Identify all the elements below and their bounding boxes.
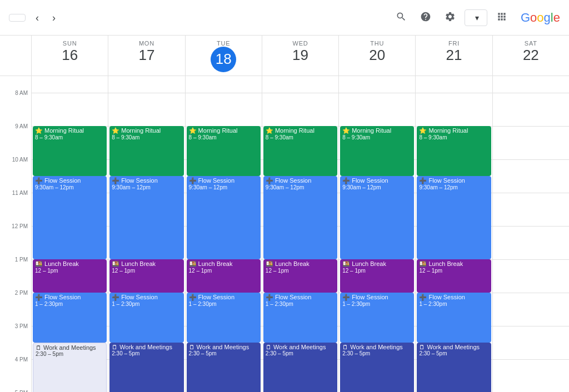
event-title: ➕ Flow Session [342, 177, 412, 184]
event-time: 9:30am – 12pm [112, 184, 181, 190]
event-title: 🗒 Work and Meetings [112, 344, 181, 350]
calendar-event[interactable]: ⭐ Morning Ritual8 – 9:30am [187, 126, 261, 176]
calendar-event[interactable]: ⭐ Morning Ritual8 – 9:30am [340, 126, 414, 176]
calendar-event[interactable]: ➕ Flow Session9:30am – 12pm [33, 176, 107, 259]
calendar-event[interactable]: ⭐ Morning Ritual8 – 9:30am [109, 126, 183, 176]
time-label-9: 4 PM [15, 356, 31, 363]
search-button[interactable] [391, 7, 411, 28]
day-headers: SUN 16 MON 17 TUE 18 WED 19 THU 20 FRI 2… [0, 36, 569, 76]
calendar-event[interactable]: 🗒 Work and Meetings2:30 – 5pm [187, 343, 261, 392]
event-time: 2:30 – 5pm [112, 350, 181, 356]
calendar-event[interactable]: 🍱 Lunch Break12 – 1pm [263, 259, 337, 293]
event-title: ➕ Flow Session [112, 177, 181, 184]
calendar-event[interactable]: 🍱 Lunch Break12 – 1pm [33, 259, 107, 293]
calendar-event[interactable]: 🗒 Work and Meetings2:30 – 5pm [33, 343, 107, 392]
event-time: 1 – 2:30pm [342, 301, 412, 307]
calendar-event[interactable]: 🗒 Work and Meetings2:30 – 5pm [109, 343, 183, 392]
next-button[interactable]: › [49, 9, 59, 26]
hour-line [493, 293, 569, 293]
calendar-event[interactable]: 🗒 Work and Meetings2:30 – 5pm [340, 343, 414, 392]
event-time: 12 – 1pm [266, 268, 335, 274]
event-title: 🍱 Lunch Break [342, 260, 412, 268]
apps-button[interactable] [492, 7, 512, 28]
day-col-tue: ⭐ Morning Ritual8 – 9:30am➕ Flow Session… [185, 76, 262, 392]
calendar-event[interactable]: 🍱 Lunch Break12 – 1pm [340, 259, 414, 293]
time-grid: 7 AM8 AM9 AM10 AM11 AM12 PM1 PM2 PM3 PM4… [0, 76, 569, 392]
prev-button[interactable]: ‹ [32, 9, 42, 26]
calendar-event[interactable]: 🗒 Work and Meetings2:30 – 5pm [263, 343, 337, 392]
event-title: 🍱 Lunch Break [189, 260, 258, 268]
view-selector[interactable]: ▾ [465, 9, 487, 26]
calendar-event[interactable]: ⭐ Morning Ritual8 – 9:30am [33, 126, 107, 176]
hour-line [493, 226, 569, 227]
hour-line [493, 93, 569, 93]
event-time: 8 – 9:30am [342, 134, 412, 140]
event-title: 🗒 Work and Meetings [189, 344, 258, 350]
event-title: 🗒 Work and Meetings [419, 344, 488, 350]
calendar-event[interactable]: ➕ Flow Session9:30am – 12pm [263, 176, 337, 259]
hour-line [32, 93, 108, 93]
event-time: 9:30am – 12pm [35, 184, 104, 190]
event-title: 🗒 Work and Meetings [266, 344, 335, 350]
event-title: ⭐ Morning Ritual [419, 127, 488, 134]
calendar-event[interactable]: ⭐ Morning Ritual8 – 9:30am [417, 126, 491, 176]
event-time: 8 – 9:30am [112, 134, 181, 140]
search-icon [396, 11, 407, 22]
day-header-fri: FRI 21 [415, 36, 492, 76]
calendar-event[interactable]: 🍱 Lunch Break12 – 1pm [417, 259, 491, 293]
calendar-event[interactable]: ➕ Flow Session1 – 2:30pm [263, 293, 337, 343]
time-label-8: 3 PM [15, 323, 31, 329]
help-button[interactable] [416, 7, 436, 28]
google-logo: Google [521, 11, 560, 25]
event-time: 9:30am – 12pm [266, 184, 335, 190]
event-time: 2:30 – 5pm [342, 350, 412, 356]
event-time: 1 – 2:30pm [35, 301, 104, 307]
event-time: 2:30 – 5pm [189, 350, 258, 356]
calendar-event[interactable]: ➕ Flow Session1 – 2:30pm [340, 293, 414, 343]
hour-line [493, 193, 569, 193]
event-time: 9:30am – 12pm [419, 184, 488, 190]
time-label-5: 12 PM [12, 223, 31, 229]
event-time: 12 – 1pm [35, 268, 104, 274]
hour-line [493, 359, 569, 360]
event-title: ➕ Flow Session [112, 294, 181, 301]
calendar-event[interactable]: ➕ Flow Session9:30am – 12pm [109, 176, 183, 259]
event-title: ⭐ Morning Ritual [342, 127, 412, 134]
time-label-6: 1 PM [15, 257, 31, 263]
event-title: 🍱 Lunch Break [266, 260, 335, 268]
time-label-10: 5 PM [15, 390, 31, 393]
hour-line [262, 93, 338, 93]
calendar-event[interactable]: ➕ Flow Session1 – 2:30pm [109, 293, 183, 343]
settings-button[interactable] [440, 7, 460, 28]
calendar-event[interactable]: ➕ Flow Session1 – 2:30pm [187, 293, 261, 343]
event-time: 2:30 – 5pm [266, 350, 335, 356]
calendar-event[interactable]: ➕ Flow Session9:30am – 12pm [340, 176, 414, 259]
calendar-event[interactable]: ➕ Flow Session1 – 2:30pm [417, 293, 491, 343]
calendar-event[interactable]: 🗒 Work and Meetings2:30 – 5pm [417, 343, 491, 392]
time-label-3: 10 AM [12, 157, 31, 163]
calendar-event[interactable]: 🍱 Lunch Break12 – 1pm [187, 259, 261, 293]
time-label-7: 2 PM [15, 290, 31, 296]
calendar-event[interactable]: ➕ Flow Session9:30am – 12pm [417, 176, 491, 259]
calendar-event[interactable]: ⭐ Morning Ritual8 – 9:30am [263, 126, 337, 176]
event-title: ⭐ Morning Ritual [266, 127, 335, 134]
event-time: 1 – 2:30pm [419, 301, 488, 307]
day-col-thu: ⭐ Morning Ritual8 – 9:30am➕ Flow Session… [338, 76, 415, 392]
event-time: 9:30am – 12pm [342, 184, 412, 190]
event-title: ➕ Flow Session [266, 294, 335, 301]
event-time: 9:30am – 12pm [189, 184, 258, 190]
event-title: ➕ Flow Session [35, 294, 104, 301]
hour-line [339, 93, 415, 93]
event-time: 2:30 – 5pm [419, 350, 488, 356]
day-header-tue[interactable]: TUE 18 [185, 36, 262, 76]
day-header-mon: MON 17 [108, 36, 184, 76]
time-column: 7 AM8 AM9 AM10 AM11 AM12 PM1 PM2 PM3 PM4… [0, 76, 31, 392]
time-label-4: 11 AM [12, 190, 31, 196]
gmt-label [0, 36, 31, 76]
calendar-event[interactable]: ➕ Flow Session1 – 2:30pm [33, 293, 107, 343]
day-header-sun: SUN 16 [31, 36, 108, 76]
hour-line [108, 93, 184, 93]
calendar-event[interactable]: ➕ Flow Session9:30am – 12pm [187, 176, 261, 259]
today-button[interactable] [9, 14, 26, 22]
calendar-event[interactable]: 🍱 Lunch Break12 – 1pm [109, 259, 183, 293]
